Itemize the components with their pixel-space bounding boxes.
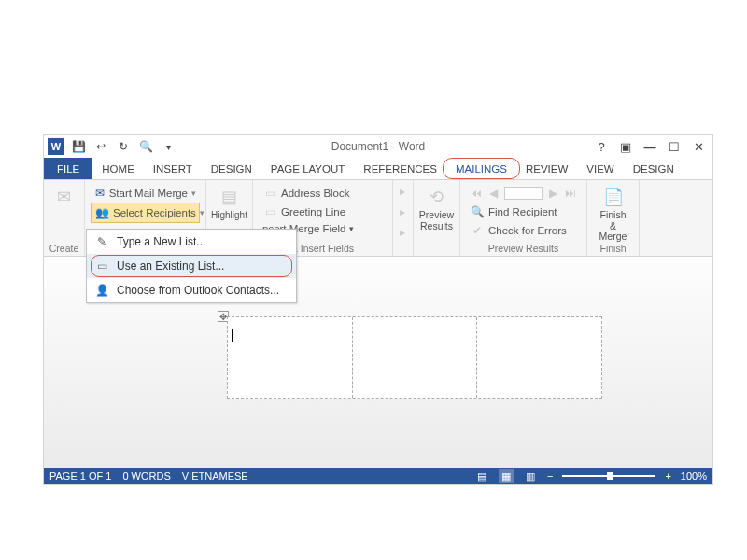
group-finish-label: Finish [587, 243, 639, 254]
address-block-label: Address Block [281, 188, 350, 199]
ribbon-tabs: FILE HOME INSERT DESIGN PAGE LAYOUT REFE… [44, 158, 712, 180]
dropdown-type-new-list[interactable]: ✎ Type a New List... [87, 230, 296, 254]
existing-list-icon: ▭ [94, 259, 109, 273]
first-record-icon[interactable]: ⏮ [470, 186, 483, 201]
next-record-icon[interactable]: ▶ [546, 186, 559, 201]
address-block-button[interactable]: ▭ Address Block [259, 184, 387, 203]
greeting-line-label: Greeting Line [281, 206, 345, 217]
window-controls: ? ▣ — ☐ ✕ [593, 138, 712, 155]
minimize-icon[interactable]: — [641, 138, 658, 155]
language-status[interactable]: VIETNAMESE [182, 470, 248, 482]
check-errors-label: Check for Errors [488, 225, 567, 236]
last-record-icon[interactable]: ⏭ [564, 186, 577, 201]
help-icon[interactable]: ? [593, 138, 610, 155]
greeting-line-icon: ▭ [262, 204, 277, 219]
print-layout-icon[interactable]: ▦ [499, 469, 514, 483]
tab-review[interactable]: REVIEW [516, 158, 577, 179]
tab-home[interactable]: HOME [92, 158, 144, 179]
ribbon-options-icon[interactable]: ▣ [617, 138, 634, 155]
tab-mailings[interactable]: MAILINGS [446, 158, 516, 179]
save-icon[interactable]: 💾 [70, 138, 87, 155]
address-block-icon: ▭ [262, 186, 277, 201]
rules-icon[interactable]: ▸ [395, 184, 410, 199]
finish-merge-button[interactable]: 📄 Finish & Merge [593, 184, 633, 245]
start-mail-merge-label: Start Mail Merge [109, 188, 188, 199]
greeting-line-button[interactable]: ▭ Greeting Line [259, 203, 387, 221]
group-create-label: Create [44, 243, 84, 254]
mail-merge-icon: ✉ [94, 186, 106, 201]
maximize-icon[interactable]: ☐ [666, 138, 683, 155]
envelope-icon: ✉ [52, 186, 77, 208]
dropdown-use-existing-list[interactable]: ▭ Use an Existing List... [87, 254, 296, 278]
record-number-input[interactable] [504, 187, 543, 200]
update-labels-icon[interactable]: ▸ [395, 225, 410, 240]
highlight-icon: ▤ [218, 186, 242, 208]
zoom-level[interactable]: 100% [681, 470, 707, 482]
group-create: ✉ Create [44, 180, 85, 256]
start-mail-merge-button[interactable]: ✉ Start Mail Merge ▾ [91, 184, 200, 203]
tab-references[interactable]: REFERENCES [354, 158, 446, 179]
prev-record-icon[interactable]: ◀ [486, 186, 500, 201]
label-cell[interactable] [477, 317, 601, 398]
dropdown-outlook-contacts[interactable]: 👤 Choose from Outlook Contacts... [87, 278, 296, 302]
labels-table[interactable] [227, 316, 602, 399]
read-mode-icon[interactable]: ▤ [474, 469, 489, 483]
recipients-icon: 👥 [95, 205, 109, 220]
page-count[interactable]: PAGE 1 OF 1 [49, 470, 111, 482]
word-count[interactable]: 0 WORDS [122, 470, 170, 482]
redo-icon[interactable]: ↻ [115, 138, 132, 155]
chevron-down-icon: ▾ [200, 208, 204, 217]
status-left: PAGE 1 OF 1 0 WORDS VIETNAMESE [49, 470, 248, 482]
group-preview-label: Preview Results [460, 243, 586, 254]
qat-customize-icon[interactable]: ▾ [160, 138, 176, 155]
tab-view[interactable]: VIEW [577, 158, 623, 179]
preview-results-label: Preview Results [419, 210, 454, 231]
zoom-thumb[interactable] [607, 472, 613, 480]
outlook-contacts-label: Choose from Outlook Contacts... [117, 284, 279, 297]
quick-access-toolbar: W 💾 ↩ ↻ 🔍 ▾ [44, 138, 176, 155]
record-nav: ⏮ ◀ ▶ ⏭ [466, 184, 581, 203]
finish-merge-label: Finish & Merge [597, 210, 629, 243]
group-preview-results: ⏮ ◀ ▶ ⏭ 🔍 Find Recipient ✔ Check for Err… [460, 180, 587, 256]
highlight-label: Highlight [211, 210, 247, 220]
preview-icon: ⟲ [425, 186, 449, 208]
find-recipient-button[interactable]: 🔍 Find Recipient [466, 203, 581, 221]
zoom-slider[interactable] [562, 475, 655, 477]
title-bar: W 💾 ↩ ↻ 🔍 ▾ Document1 - Word ? ▣ — ☐ ✕ [44, 135, 712, 158]
search-icon: 🔍 [470, 204, 485, 219]
select-recipients-dropdown: ✎ Type a New List... ▭ Use an Existing L… [86, 229, 297, 303]
word-window: W 💾 ↩ ↻ 🔍 ▾ Document1 - Word ? ▣ — ☐ ✕ F… [43, 134, 713, 485]
group-rules: ▸ ▸ ▸ [393, 180, 414, 256]
chevron-down-icon: ▾ [349, 224, 354, 233]
highlight-button[interactable]: ▤ Highlight [212, 184, 247, 222]
new-list-icon: ✎ [94, 234, 109, 249]
type-new-list-label: Type a New List... [117, 235, 205, 248]
web-layout-icon[interactable]: ▥ [523, 469, 538, 483]
zoom-out-button[interactable]: − [547, 470, 553, 482]
check-icon: ✔ [470, 223, 485, 238]
tab-design-table[interactable]: DESIGN [624, 158, 684, 179]
find-recipient-label: Find Recipient [488, 206, 557, 217]
label-cell[interactable] [228, 317, 353, 398]
undo-icon[interactable]: ↩ [92, 138, 109, 155]
tab-page-layout[interactable]: PAGE LAYOUT [261, 158, 354, 179]
text-cursor [232, 329, 233, 342]
envelopes-button[interactable]: ✉ [49, 184, 78, 210]
select-recipients-button[interactable]: 👥 Select Recipients ▾ [91, 203, 200, 223]
tab-file[interactable]: FILE [44, 158, 92, 179]
outlook-icon: 👤 [94, 283, 109, 298]
tab-insert[interactable]: INSERT [144, 158, 202, 179]
zoom-in-button[interactable]: + [665, 470, 670, 482]
tab-design[interactable]: DESIGN [202, 158, 261, 179]
check-errors-button[interactable]: ✔ Check for Errors [466, 221, 581, 240]
match-fields-icon[interactable]: ▸ [395, 204, 410, 219]
status-bar: PAGE 1 OF 1 0 WORDS VIETNAMESE ▤ ▦ ▥ − +… [44, 468, 712, 484]
status-right: ▤ ▦ ▥ − + 100% [474, 469, 707, 483]
select-recipients-label: Select Recipients [113, 207, 196, 218]
print-preview-icon[interactable]: 🔍 [137, 138, 154, 155]
chevron-down-icon: ▾ [191, 189, 196, 198]
word-icon: W [48, 138, 64, 155]
label-cell[interactable] [353, 317, 478, 398]
preview-results-button[interactable]: ⟲ Preview Results [419, 184, 454, 233]
close-icon[interactable]: ✕ [690, 138, 707, 155]
